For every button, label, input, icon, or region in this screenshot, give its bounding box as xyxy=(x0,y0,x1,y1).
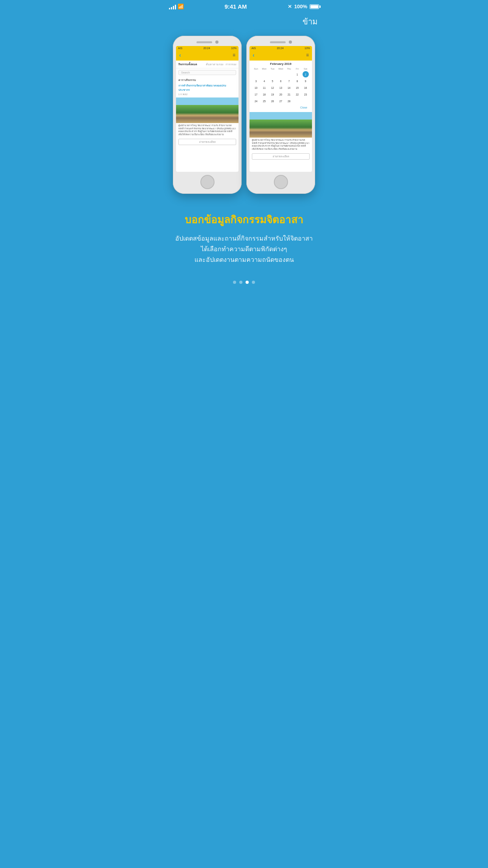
phone-1-speaker xyxy=(196,41,212,43)
phone-2-camera xyxy=(289,40,292,44)
cal-header-thu: Thu xyxy=(285,67,293,70)
phone-1-read-more[interactable]: อ่านรายละเอียด xyxy=(178,139,236,145)
phone-1-tab-category[interactable]: ค้นหาตามรอง xyxy=(206,62,223,66)
calendar-header: Sun Mon Tue Wed Thu Fri Sat xyxy=(252,67,310,70)
dot-2[interactable] xyxy=(239,281,242,284)
dot-1[interactable] xyxy=(233,281,236,284)
main-text-section: บอกข้อมูลกิจกรรมจิตอาสา อัปเดตสข้อมูลและ… xyxy=(163,206,325,281)
cal-header-mon: Mon xyxy=(260,67,268,70)
phone-1-tab-filter[interactable]: การกรอง xyxy=(226,62,236,66)
phone-2-read-more[interactable]: อ่านรายละเอียด xyxy=(252,153,310,160)
phone-2-time: 20:24 xyxy=(277,47,284,50)
battery-percent: 100% xyxy=(294,4,307,9)
status-time: 9:41 AM xyxy=(224,3,247,10)
phone-1-tab-right: ค้นหาตามรอง การกรอง xyxy=(206,62,236,66)
phone-1-menu-icon[interactable]: ≡ xyxy=(233,52,235,58)
phone-2-image xyxy=(250,112,312,138)
phone-1-description: ศูนย์อำนวยการใหญ่ จิตอาสาพัฒนา ร่วมกับ ส… xyxy=(176,123,238,138)
phone-2-battery: 10% xyxy=(305,47,310,50)
bluetooth-icon: ⨯ xyxy=(288,4,292,9)
cal-week-1: 1 2 xyxy=(252,71,310,77)
phone-1-image xyxy=(176,97,238,123)
phone-1-bottom xyxy=(176,175,238,189)
cal-week-4: 17 18 19 20 21 22 23 xyxy=(252,91,310,97)
phone-2-carrier: AIS xyxy=(251,47,256,50)
phone-2-home-button[interactable] xyxy=(274,175,288,189)
phone-1-tabs: กิจกรรมทั้งหมด ค้นหาตามรอง การกรอง xyxy=(176,61,238,68)
phone-2-description: ศูนย์อำนวยการใหญ่ จิตอาสาพัฒนา ร่วมกับ ส… xyxy=(250,138,312,152)
skip-button[interactable]: ข้าม xyxy=(163,11,325,36)
phones-section: AIS 20:24 10% ‹ ≡ กิจกรรมทั้งหมด ค้นหาตา… xyxy=(163,36,325,194)
phone-2-bottom xyxy=(250,175,312,189)
main-description: อัปเดตสข้อมูลและถานที่กิจกรรมสำหรับให้จิ… xyxy=(174,233,314,265)
cal-header-wed: Wed xyxy=(277,67,285,70)
dot-4[interactable] xyxy=(252,281,255,284)
phone-1-section-title: ตารางกิจกรรม xyxy=(176,77,238,83)
phone-1-screen: AIS 20:24 10% ‹ ≡ กิจกรรมทั้งหมด ค้นหาตา… xyxy=(176,46,238,172)
wifi-icon: 📶 xyxy=(178,4,184,9)
cal-header-sat: Sat xyxy=(301,67,310,70)
status-bar: 📶 9:41 AM ⨯ 100% xyxy=(163,0,325,11)
phone-1-home-button[interactable] xyxy=(200,175,215,189)
main-title: บอกข้อมูลกิจกรรมจิตอาสา xyxy=(174,213,314,227)
battery-icon xyxy=(310,4,319,9)
phone-2-screen: AIS 20:24 10% ‹ ≡ February 2019 Sun Mon … xyxy=(250,46,312,172)
phone-2-status: AIS 20:24 10% xyxy=(250,46,312,50)
phone-2-mockup: AIS 20:24 10% ‹ ≡ February 2019 Sun Mon … xyxy=(246,36,315,194)
phone-1-battery: 10% xyxy=(231,47,237,50)
phone-1-status: AIS 20:24 10% xyxy=(176,46,238,50)
phone-2-menu-icon[interactable]: ≡ xyxy=(306,52,309,58)
phone-1-carrier: AIS xyxy=(178,47,182,50)
phone-1-tab-all[interactable]: กิจกรรมทั้งหมด xyxy=(178,62,197,66)
phone-1-camera xyxy=(215,40,218,44)
cal-week-2: 3 4 5 6 7 8 9 xyxy=(252,78,310,84)
cal-week-5: 24 25 26 27 28 xyxy=(252,98,310,104)
phone-2-speaker xyxy=(270,41,286,43)
pagination-dots xyxy=(163,281,325,296)
phone-2-top xyxy=(250,40,312,44)
calendar-month-title: February 2019 xyxy=(252,62,310,66)
status-left: 📶 xyxy=(169,4,184,9)
phone-1-nav: ‹ ≡ xyxy=(176,50,238,61)
phone-1-event-title[interactable]: การทำกิจกรรมจิตอาสาพัฒนาคลองเปรมประชากร xyxy=(176,83,238,92)
dot-3-active[interactable] xyxy=(246,281,249,284)
phone-2-nav: ‹ ≡ xyxy=(250,50,312,61)
signal-icon xyxy=(169,4,176,9)
phone-1-search[interactable]: Search xyxy=(178,70,236,75)
phone-1-back-icon[interactable]: ‹ xyxy=(179,52,181,58)
calendar-close-button[interactable]: Close xyxy=(252,105,310,110)
phone-1-mockup: AIS 20:24 10% ‹ ≡ กิจกรรมทั้งหมด ค้นหาตา… xyxy=(173,36,242,194)
phone-1-top xyxy=(176,40,238,44)
phone-2-calendar: February 2019 Sun Mon Tue Wed Thu Fri Sa… xyxy=(250,61,312,112)
cal-header-fri: Fri xyxy=(293,67,301,70)
phone-2-back-icon[interactable]: ‹ xyxy=(253,52,255,58)
cal-header-sun: Sun xyxy=(252,67,260,70)
phone-1-time: 20:24 xyxy=(203,47,210,50)
phone-1-event-date: 1 ก.พ.62 xyxy=(176,92,238,97)
cal-header-tue: Tue xyxy=(268,67,277,70)
status-right: ⨯ 100% xyxy=(288,4,319,9)
cal-week-3: 10 11 12 13 14 15 16 xyxy=(252,85,310,91)
